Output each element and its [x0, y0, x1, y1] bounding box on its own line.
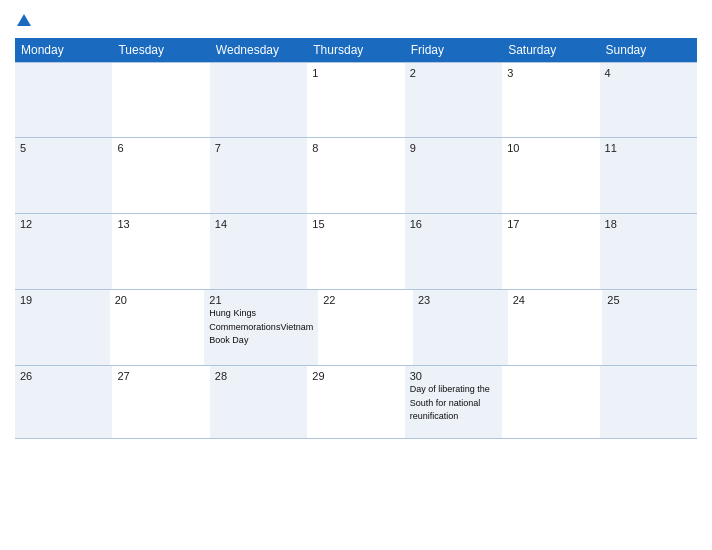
event-label: Hung Kings Commemorations	[209, 308, 280, 332]
calendar-cell: 15	[307, 214, 404, 289]
calendar-cell: 2	[405, 63, 502, 137]
calendar-cell	[112, 63, 209, 137]
calendar-cell: 25	[602, 290, 697, 365]
logo-triangle-icon	[17, 14, 31, 26]
day-number: 25	[607, 294, 692, 306]
header-day-friday: Friday	[405, 38, 502, 62]
calendar-cell: 29	[307, 366, 404, 438]
header-day-monday: Monday	[15, 38, 112, 62]
calendar-cell: 19	[15, 290, 110, 365]
calendar-cell: 24	[508, 290, 603, 365]
day-number: 21	[209, 294, 313, 306]
day-number: 2	[410, 67, 497, 79]
day-number: 14	[215, 218, 302, 230]
day-number: 6	[117, 142, 204, 154]
header-day-thursday: Thursday	[307, 38, 404, 62]
day-number: 8	[312, 142, 399, 154]
calendar-cell	[210, 63, 307, 137]
calendar-cell: 11	[600, 138, 697, 213]
calendar-cell: 30Day of liberating the South for nation…	[405, 366, 502, 438]
calendar-cell: 7	[210, 138, 307, 213]
calendar-cell: 5	[15, 138, 112, 213]
day-number: 24	[513, 294, 598, 306]
day-number: 13	[117, 218, 204, 230]
logo	[15, 14, 31, 26]
calendar-cell: 3	[502, 63, 599, 137]
day-number: 28	[215, 370, 302, 382]
page: MondayTuesdayWednesdayThursdayFridaySatu…	[0, 0, 712, 550]
calendar-cell: 26	[15, 366, 112, 438]
calendar-cell: 28	[210, 366, 307, 438]
header-day-tuesday: Tuesday	[112, 38, 209, 62]
day-number: 27	[117, 370, 204, 382]
calendar-cell: 8	[307, 138, 404, 213]
day-number: 5	[20, 142, 107, 154]
week-row-3: 192021Hung Kings CommemorationsVietnam B…	[15, 290, 697, 366]
calendar-cell: 17	[502, 214, 599, 289]
week-row-2: 12131415161718	[15, 214, 697, 290]
day-number: 10	[507, 142, 594, 154]
header	[15, 10, 697, 30]
calendar-cell: 12	[15, 214, 112, 289]
calendar-cell: 23	[413, 290, 508, 365]
calendar-cell: 13	[112, 214, 209, 289]
calendar-header-row: MondayTuesdayWednesdayThursdayFridaySatu…	[15, 38, 697, 62]
week-row-0: 1234	[15, 62, 697, 138]
day-number: 26	[20, 370, 107, 382]
calendar-cell: 18	[600, 214, 697, 289]
day-number: 1	[312, 67, 399, 79]
day-number: 30	[410, 370, 497, 382]
week-row-1: 567891011	[15, 138, 697, 214]
header-day-saturday: Saturday	[502, 38, 599, 62]
day-number: 12	[20, 218, 107, 230]
day-number: 15	[312, 218, 399, 230]
day-number: 23	[418, 294, 503, 306]
calendar-cell	[502, 366, 599, 438]
calendar-cell: 9	[405, 138, 502, 213]
day-number: 18	[605, 218, 692, 230]
calendar-cell: 16	[405, 214, 502, 289]
day-number: 9	[410, 142, 497, 154]
day-number: 11	[605, 142, 692, 154]
calendar-cell	[15, 63, 112, 137]
calendar-cell: 20	[110, 290, 205, 365]
calendar-cell: 21Hung Kings CommemorationsVietnam Book …	[204, 290, 318, 365]
calendar-cell: 1	[307, 63, 404, 137]
header-day-wednesday: Wednesday	[210, 38, 307, 62]
day-number: 29	[312, 370, 399, 382]
event-label: Day of liberating the South for national…	[410, 384, 490, 421]
calendar-cell: 10	[502, 138, 599, 213]
calendar-cell	[600, 366, 697, 438]
day-number: 7	[215, 142, 302, 154]
week-row-4: 2627282930Day of liberating the South fo…	[15, 366, 697, 439]
calendar-cell: 6	[112, 138, 209, 213]
calendar-body: 123456789101112131415161718192021Hung Ki…	[15, 62, 697, 540]
header-day-sunday: Sunday	[600, 38, 697, 62]
logo-blue-text	[15, 14, 31, 26]
day-number: 20	[115, 294, 200, 306]
calendar-cell: 22	[318, 290, 413, 365]
calendar-cell: 14	[210, 214, 307, 289]
day-number: 3	[507, 67, 594, 79]
day-number: 17	[507, 218, 594, 230]
day-number: 19	[20, 294, 105, 306]
day-number: 4	[605, 67, 692, 79]
calendar-cell: 4	[600, 63, 697, 137]
day-number: 22	[323, 294, 408, 306]
calendar-cell: 27	[112, 366, 209, 438]
calendar: MondayTuesdayWednesdayThursdayFridaySatu…	[15, 38, 697, 540]
day-number: 16	[410, 218, 497, 230]
